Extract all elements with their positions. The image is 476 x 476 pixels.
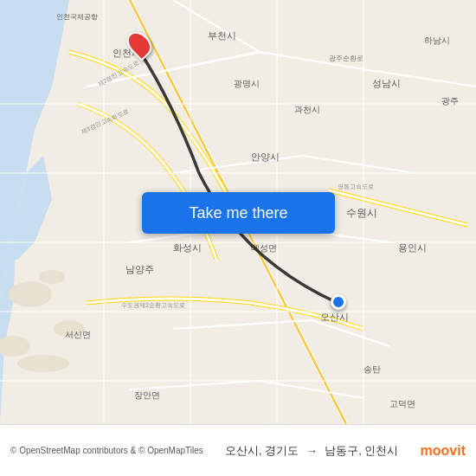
to-label: 남동구, 인천시 [325,443,398,459]
svg-text:고덕면: 고덕면 [389,399,415,408]
svg-text:영동고속도로: 영동고속도로 [338,183,374,190]
svg-text:안양시: 안양시 [251,151,280,162]
svg-text:하남시: 하남시 [424,35,450,45]
svg-text:부천시: 부천시 [208,30,236,41]
map-container: 인천시 부천시 광명시 과천시 안양시 군포시 수원시 성남시 용인시 남양주 … [0,0,476,424]
svg-text:광주: 광주 [441,96,459,106]
route-info: 오산시, 경기도 → 남동구, 인천시 [225,443,398,459]
svg-text:광명시: 광명시 [234,79,260,88]
arrow-icon: → [306,444,318,458]
svg-text:인천국제공항: 인천국제공항 [56,13,98,21]
svg-point-6 [17,355,69,372]
from-label: 오산시, 경기도 [225,443,299,459]
destination-pin [129,30,150,58]
svg-point-4 [9,281,52,307]
svg-text:수도권제2순환고속도로: 수도권제2순환고속도로 [121,302,185,309]
moovit-logo: moovit [421,443,466,459]
moovit-logo-text: moovit [421,443,466,459]
svg-text:용인시: 용인시 [398,242,427,253]
svg-text:오산시: 오산시 [320,312,349,322]
svg-text:화성시: 화성시 [173,242,202,253]
svg-text:송탄: 송탄 [363,364,381,374]
svg-text:과천시: 과천시 [294,105,320,114]
svg-text:서신면: 서신면 [65,330,91,339]
take-me-there-button[interactable]: Take me there [142,192,335,234]
svg-text:성남시: 성남시 [372,78,401,88]
svg-text:남양주: 남양주 [125,264,154,274]
origin-pin [331,294,346,310]
svg-text:광주순환로: 광주순환로 [329,55,363,62]
svg-text:장안면: 장안면 [134,390,160,400]
bottom-bar: © OpenStreetMap contributors & © OpenMap… [0,424,476,476]
svg-text:수원시: 수원시 [346,207,377,219]
map-attribution: © OpenStreetMap contributors & © OpenMap… [10,446,203,455]
svg-point-8 [39,270,65,284]
